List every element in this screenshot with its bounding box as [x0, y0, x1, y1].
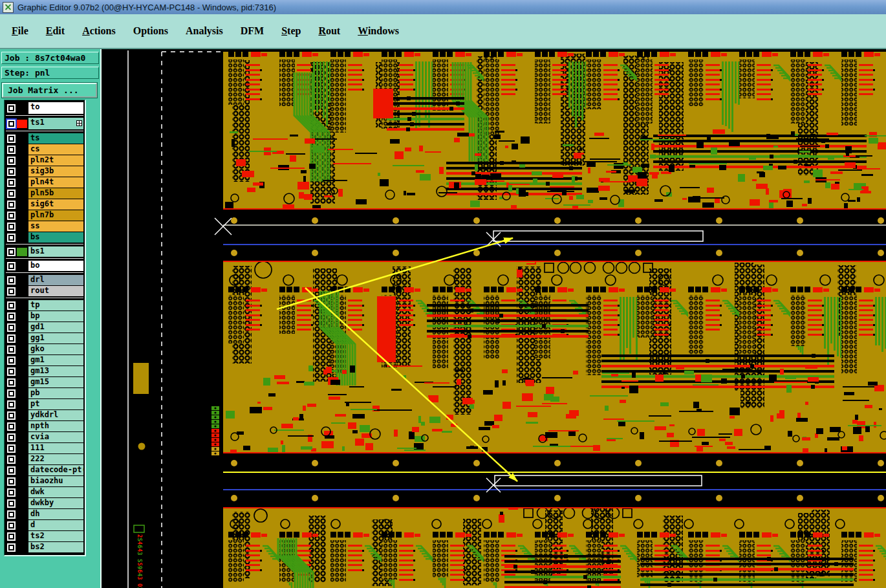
layer-row-drl[interactable]: drl — [6, 275, 83, 285]
layer-color-swatch[interactable] — [17, 248, 27, 256]
layer-row-gm1[interactable]: gm1 — [6, 355, 83, 365]
layer-name-rout[interactable]: rout — [28, 286, 83, 296]
layer-name-ydkdrl[interactable]: ydkdrl — [28, 410, 83, 420]
layer-row-ss[interactable]: ss — [6, 221, 83, 232]
layer-name-pln5b[interactable]: pln5b — [28, 188, 83, 199]
layer-color-swatch[interactable] — [17, 157, 27, 165]
layer-row-npth[interactable]: npth — [6, 421, 83, 431]
layer-row-111[interactable]: 111 — [6, 443, 83, 453]
menu-step[interactable]: Step — [281, 25, 301, 37]
layer-color-swatch[interactable] — [17, 276, 27, 285]
layer-color-swatch[interactable] — [17, 345, 27, 354]
layer-checkbox-gm15[interactable] — [7, 378, 16, 387]
layer-name-cs[interactable]: cs — [28, 144, 83, 155]
layer-name-dwkby[interactable]: dwkby — [28, 498, 83, 508]
layer-row-gko[interactable]: gko — [6, 344, 83, 354]
layer-name-gg1[interactable]: gg1 — [28, 333, 83, 343]
layer-row-to[interactable]: to — [6, 102, 83, 114]
layer-name-gm15[interactable]: gm15 — [28, 377, 83, 387]
layer-color-swatch[interactable] — [17, 168, 27, 176]
layer-row-bs1[interactable]: bs1 — [6, 246, 83, 257]
menu-windows[interactable]: Windows — [358, 25, 399, 37]
layer-checkbox-datecode-pt([interactable] — [7, 466, 16, 475]
layer-row-ts1[interactable]: ts1 — [6, 118, 83, 129]
layer-checkbox-ts1[interactable] — [7, 120, 16, 128]
layer-color-swatch[interactable] — [17, 323, 27, 332]
layer-name-biaozhu[interactable]: biaozhu — [28, 476, 83, 486]
layer-row-bo[interactable]: bo — [6, 261, 83, 271]
layer-checkbox-222[interactable] — [7, 455, 16, 464]
layer-name-drl[interactable]: drl — [28, 275, 83, 285]
menu-analysis[interactable]: Analysis — [186, 25, 223, 37]
menu-actions[interactable]: Actions — [82, 25, 116, 37]
layer-checkbox-sig6t[interactable] — [7, 201, 16, 209]
layer-color-swatch[interactable] — [17, 146, 27, 154]
layer-row-222[interactable]: 222 — [6, 454, 83, 464]
layer-checkbox-to[interactable] — [7, 104, 16, 113]
layer-name-sig3b[interactable]: sig3b — [28, 166, 83, 177]
layer-checkbox-tp[interactable] — [7, 301, 16, 310]
layer-name-pln4t[interactable]: pln4t — [28, 177, 83, 188]
layer-name-pln7b[interactable]: pln7b — [28, 210, 83, 221]
layer-row-pb[interactable]: pb — [6, 388, 83, 398]
layer-row-pt[interactable]: pt — [6, 399, 83, 409]
layer-color-swatch[interactable] — [17, 477, 27, 486]
menu-edit[interactable]: Edit — [46, 25, 65, 37]
layer-row-gd1[interactable]: gd1 — [6, 322, 83, 332]
layer-row-tp[interactable]: tp — [6, 300, 83, 310]
layer-checkbox-d[interactable] — [7, 521, 16, 530]
layer-color-swatch[interactable] — [17, 301, 27, 310]
layer-color-swatch[interactable] — [17, 212, 27, 220]
layer-name-ts2[interactable]: ts2 — [28, 531, 83, 541]
layer-checkbox-pln2t[interactable] — [7, 157, 16, 165]
layer-color-swatch[interactable] — [17, 201, 27, 209]
layer-row-dh[interactable]: dh — [6, 509, 83, 519]
layer-color-swatch[interactable] — [17, 400, 27, 409]
layer-checkbox-bs2[interactable] — [7, 543, 16, 552]
layer-row-biaozhu[interactable]: biaozhu — [6, 476, 83, 486]
layer-checkbox-dwk[interactable] — [7, 488, 16, 497]
layer-color-swatch[interactable] — [17, 532, 27, 541]
layer-checkbox-dh[interactable] — [7, 510, 16, 519]
layer-checkbox-biaozhu[interactable] — [7, 477, 16, 486]
layer-row-dwkby[interactable]: dwkby — [6, 498, 83, 508]
menu-file[interactable]: File — [12, 25, 28, 37]
layer-row-pln5b[interactable]: pln5b — [6, 188, 83, 199]
layer-name-pln2t[interactable]: pln2t — [28, 155, 83, 166]
menu-dfm[interactable]: DFM — [241, 25, 264, 37]
layer-name-pb[interactable]: pb — [28, 388, 83, 398]
layer-checkbox-ydkdrl[interactable] — [7, 411, 16, 420]
layer-color-swatch[interactable] — [17, 367, 27, 376]
layer-name-tp[interactable]: tp — [28, 300, 83, 310]
layer-row-bs[interactable]: bs — [6, 232, 83, 243]
layer-color-swatch[interactable] — [17, 262, 27, 270]
layer-name-to[interactable]: to — [28, 102, 83, 114]
layer-row-ts[interactable]: ts — [6, 133, 83, 144]
layer-row-d[interactable]: d — [6, 520, 83, 530]
layer-row-cvia[interactable]: cvia — [6, 432, 83, 442]
layer-row-ts2[interactable]: ts2 — [6, 531, 83, 541]
layer-row-pln2t[interactable]: pln2t — [6, 155, 83, 166]
layer-name-111[interactable]: 111 — [28, 443, 83, 453]
layer-row-datecode-pt([interactable]: datecode-pt( — [6, 465, 83, 475]
layer-checkbox-gg1[interactable] — [7, 334, 16, 343]
layer-checkbox-bs1[interactable] — [7, 248, 16, 256]
layer-color-swatch[interactable] — [17, 223, 27, 231]
layer-checkbox-pb[interactable] — [7, 389, 16, 398]
layer-checkbox-gm1[interactable] — [7, 356, 16, 365]
layer-row-cs[interactable]: cs — [6, 144, 83, 155]
layer-color-swatch[interactable] — [17, 312, 27, 321]
layer-color-swatch[interactable] — [17, 356, 27, 365]
layer-checkbox-ts2[interactable] — [7, 532, 16, 541]
layer-checkbox-dwkby[interactable] — [7, 499, 16, 508]
layer-name-datecode-pt([interactable]: datecode-pt( — [28, 465, 83, 475]
layer-checkbox-drl[interactable] — [7, 276, 16, 285]
layer-row-rout[interactable]: rout — [6, 286, 83, 296]
layer-checkbox-cvia[interactable] — [7, 433, 16, 442]
layer-row-ydkdrl[interactable]: ydkdrl — [6, 410, 83, 420]
layer-name-bs1[interactable]: bs1 — [28, 246, 83, 257]
layer-color-swatch[interactable] — [17, 510, 27, 519]
layer-name-222[interactable]: 222 — [28, 454, 83, 464]
layer-color-swatch[interactable] — [17, 411, 27, 420]
layer-checkbox-pt[interactable] — [7, 400, 16, 409]
